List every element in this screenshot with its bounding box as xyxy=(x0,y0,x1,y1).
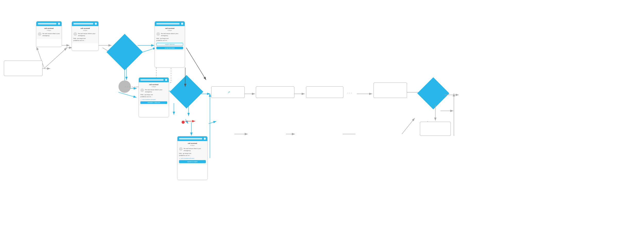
phone-mockup-2: call received 4:26pm fire and rescue wha… xyxy=(72,21,99,51)
chief-complaint-box[interactable] xyxy=(256,86,294,98)
add-text-image-box[interactable] xyxy=(420,122,451,136)
location-external-icon: ↗ xyxy=(227,90,230,94)
phone-mockup-5: call received 4:26pm fire and rescue wha… xyxy=(177,136,208,180)
phone-mockup-4: call received 4:26pm fire and rescue wha… xyxy=(139,77,169,117)
svg-line-5 xyxy=(44,48,67,68)
svg-line-18 xyxy=(402,118,415,134)
location-box[interactable]: ↗ xyxy=(211,86,245,98)
phone-mockup-1: call received 4:26pm fire and rescue wha… xyxy=(36,21,62,47)
dispatcher-pickup-box xyxy=(4,61,43,76)
svg-line-10 xyxy=(118,92,137,97)
phone-number-box[interactable] xyxy=(306,86,343,98)
ellipsis: ··· xyxy=(347,90,353,96)
red-circle xyxy=(182,121,185,124)
phone-mockup-3: call received 4:26pm fire and rescue wha… xyxy=(155,21,185,68)
svg-line-24 xyxy=(186,48,206,80)
report-auto-generated-box[interactable] xyxy=(374,82,407,98)
